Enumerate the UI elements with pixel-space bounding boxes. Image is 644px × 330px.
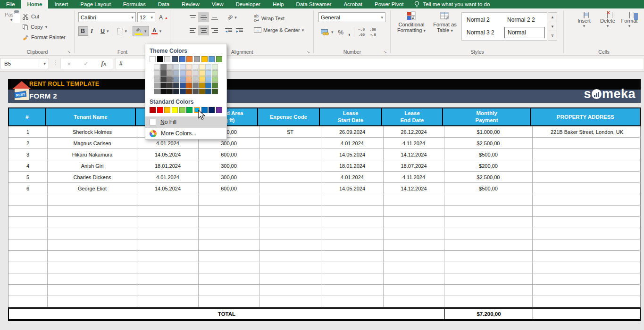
table-cell-8[interactable]	[533, 149, 641, 160]
tab-view[interactable]: View	[206, 0, 230, 8]
grow-font-button[interactable]: A▲	[157, 13, 170, 22]
table-cell-7[interactable]: $1.000,00	[444, 126, 533, 138]
table-cell-6[interactable]: 14.12.2024	[384, 183, 444, 194]
table-cell-1[interactable]: Magnus Carlsen	[48, 138, 137, 149]
tab-home[interactable]: Home	[21, 0, 49, 8]
table-cell-6[interactable]: 18.07.2024	[384, 160, 444, 172]
tab-review[interactable]: Review	[176, 0, 206, 8]
format-as-table-button[interactable]: Format as Table ▾	[430, 11, 460, 33]
table-cell-8[interactable]	[533, 296, 641, 307]
table-cell-6[interactable]	[384, 239, 444, 251]
more-colors-option[interactable]: More Colors...	[145, 128, 226, 139]
table-cell-7[interactable]: $2.500,00	[444, 172, 533, 183]
table-cell-8[interactable]	[533, 239, 641, 251]
table-cell-3[interactable]: 600,00	[199, 149, 259, 160]
format-painter-button[interactable]: Format Painter	[23, 33, 66, 42]
theme-variant-swatch-1-5[interactable]	[186, 70, 192, 76]
tab-power-pivot[interactable]: Power Pivot	[368, 0, 410, 8]
table-cell-1[interactable]	[48, 251, 137, 262]
table-cell-8[interactable]	[533, 138, 641, 149]
table-cell-0[interactable]	[8, 194, 48, 206]
tab-acrobat[interactable]: Acrobat	[337, 0, 368, 8]
table-cell-4[interactable]	[259, 262, 321, 273]
style-gallery-down-button[interactable]: ▼	[548, 22, 557, 32]
theme-variant-swatch-2-6[interactable]	[192, 76, 199, 82]
total-empty-cell[interactable]	[533, 309, 642, 319]
table-cell-1[interactable]	[48, 194, 137, 206]
table-cell-6[interactable]	[384, 251, 444, 262]
percent-button[interactable]: %	[336, 27, 346, 37]
table-cell-6[interactable]	[384, 273, 444, 285]
table-cell-8[interactable]	[533, 194, 641, 206]
theme-variant-swatch-1-7[interactable]	[199, 70, 205, 76]
table-cell-6[interactable]	[384, 228, 444, 239]
table-cell-6[interactable]	[384, 194, 444, 206]
table-cell-2[interactable]	[137, 194, 199, 206]
no-fill-option[interactable]: No Fill	[145, 116, 226, 128]
table-cell-7[interactable]	[444, 285, 533, 296]
table-cell-1[interactable]: Hikaru Nakamura	[48, 149, 137, 160]
theme-variant-swatch-3-2[interactable]	[167, 82, 173, 88]
table-cell-5[interactable]	[321, 262, 384, 273]
table-cell-4[interactable]	[259, 239, 321, 251]
standard-color-swatch-0[interactable]	[150, 107, 156, 113]
copy-button[interactable]: Copy ▾	[23, 22, 47, 32]
bottom-align-button[interactable]	[209, 12, 220, 22]
theme-variant-swatch-3-8[interactable]	[205, 82, 211, 88]
comma-button[interactable]: ,	[346, 27, 352, 38]
table-cell-1[interactable]	[48, 296, 137, 307]
theme-color-swatch-9[interactable]	[216, 56, 222, 62]
table-cell-4[interactable]	[259, 296, 321, 307]
table-cell-0[interactable]: 5	[8, 172, 48, 183]
table-cell-1[interactable]	[48, 285, 137, 296]
font-size-select[interactable]: 12▾	[137, 12, 155, 22]
table-cell-4[interactable]	[259, 138, 321, 149]
table-cell-7[interactable]	[444, 206, 533, 217]
cut-button[interactable]: Cut	[23, 12, 39, 21]
style-gallery-more-button[interactable]: ⊽	[548, 31, 557, 40]
insert-function-button[interactable]: fx	[101, 60, 107, 67]
font-family-select[interactable]: Calibri▾	[78, 12, 136, 22]
table-cell-5[interactable]	[321, 285, 384, 296]
theme-variant-swatch-4-4[interactable]	[180, 89, 186, 94]
tab-data[interactable]: Data	[152, 0, 176, 8]
table-cell-5[interactable]: 14.05.2024	[321, 183, 384, 194]
table-header-cell-6[interactable]: Lease End Date	[382, 108, 443, 125]
table-cell-4[interactable]	[259, 273, 321, 285]
table-cell-1[interactable]	[48, 273, 137, 285]
theme-variant-swatch-2-2[interactable]	[167, 76, 173, 82]
theme-variant-swatch-2-8[interactable]	[205, 76, 211, 82]
style-normal-2[interactable]: Normal 2	[464, 15, 504, 25]
table-cell-1[interactable]: Charles Dickens	[48, 172, 137, 183]
theme-variant-swatch-4-8[interactable]	[205, 89, 211, 94]
style-gallery-up-button[interactable]: ▲	[548, 13, 557, 22]
theme-variant-swatch-3-4[interactable]	[180, 82, 186, 88]
table-cell-6[interactable]	[384, 285, 444, 296]
theme-variant-swatch-0-5[interactable]	[186, 64, 192, 70]
theme-color-swatch-6[interactable]	[194, 56, 200, 62]
font-color-button[interactable]: A ▾	[149, 26, 164, 36]
table-cell-0[interactable]: 6	[8, 183, 48, 194]
table-cell-5[interactable]	[321, 217, 384, 228]
table-cell-7[interactable]: $2.500,00	[444, 138, 533, 149]
formula-bar-handle[interactable]: ⋮	[53, 59, 59, 66]
theme-variant-swatch-1-1[interactable]	[160, 70, 167, 76]
table-cell-7[interactable]	[444, 251, 533, 262]
fill-color-button[interactable]: ▾	[133, 26, 149, 36]
table-cell-2[interactable]	[137, 217, 199, 228]
table-cell-4[interactable]	[259, 194, 321, 206]
theme-variant-swatch-0-6[interactable]	[192, 64, 199, 70]
table-cell-1[interactable]: Anish Giri	[48, 160, 137, 172]
table-cell-0[interactable]	[8, 285, 48, 296]
table-cell-3[interactable]: 600,00	[199, 183, 259, 194]
table-cell-0[interactable]	[8, 239, 48, 251]
table-cell-5[interactable]: 26.09.2024	[321, 126, 384, 138]
conditional-formatting-button[interactable]: ≠ Conditional Formatting ▾	[394, 11, 429, 33]
table-cell-7[interactable]: $500,00	[444, 149, 533, 160]
top-align-button[interactable]	[187, 12, 198, 22]
increase-indent-button[interactable]	[234, 25, 245, 35]
style-normal-3-2[interactable]: Normal 3 2	[464, 27, 504, 38]
table-cell-3[interactable]	[199, 262, 259, 273]
table-cell-4[interactable]	[259, 160, 321, 172]
theme-variant-swatch-2-9[interactable]	[212, 76, 218, 82]
